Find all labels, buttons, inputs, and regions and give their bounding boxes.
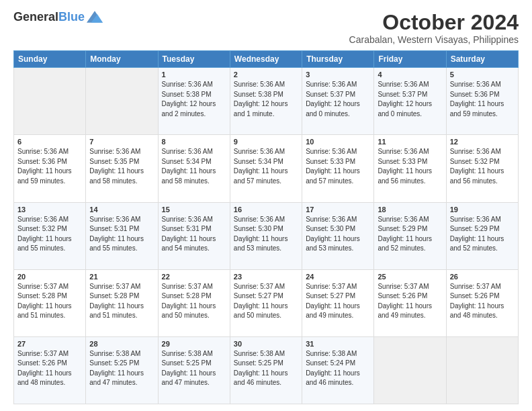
day-number: 10 bbox=[306, 138, 370, 146]
day-info: Sunrise: 5:36 AM Sunset: 5:31 PM Dayligh… bbox=[162, 215, 226, 254]
day-info: Sunrise: 5:36 AM Sunset: 5:33 PM Dayligh… bbox=[378, 147, 442, 186]
day-info: Sunrise: 5:36 AM Sunset: 5:29 PM Dayligh… bbox=[450, 215, 515, 254]
location: Carabalan, Western Visayas, Philippines bbox=[349, 34, 519, 45]
day-info: Sunrise: 5:36 AM Sunset: 5:34 PM Dayligh… bbox=[234, 147, 298, 186]
day-info: Sunrise: 5:37 AM Sunset: 5:27 PM Dayligh… bbox=[234, 282, 298, 321]
title-section: October 2024 Carabalan, Western Visayas,… bbox=[349, 11, 519, 45]
day-info: Sunrise: 5:38 AM Sunset: 5:25 PM Dayligh… bbox=[89, 349, 154, 388]
day-info: Sunrise: 5:36 AM Sunset: 5:32 PM Dayligh… bbox=[450, 147, 515, 186]
day-info: Sunrise: 5:38 AM Sunset: 5:25 PM Dayligh… bbox=[162, 349, 226, 388]
day-info: Sunrise: 5:37 AM Sunset: 5:27 PM Dayligh… bbox=[306, 282, 370, 321]
day-info: Sunrise: 5:37 AM Sunset: 5:28 PM Dayligh… bbox=[162, 282, 226, 321]
col-header-friday: Friday bbox=[374, 51, 446, 68]
calendar-table: SundayMondayTuesdayWednesdayThursdayFrid… bbox=[13, 50, 519, 404]
calendar-cell: 11Sunrise: 5:36 AM Sunset: 5:33 PM Dayli… bbox=[374, 135, 446, 202]
col-header-saturday: Saturday bbox=[446, 51, 518, 68]
col-header-tuesday: Tuesday bbox=[158, 51, 230, 68]
day-info: Sunrise: 5:36 AM Sunset: 5:29 PM Dayligh… bbox=[378, 215, 442, 254]
day-number: 21 bbox=[89, 273, 154, 281]
page: GeneralBlue October 2024 Carabalan, West… bbox=[0, 0, 532, 411]
calendar-cell: 3Sunrise: 5:36 AM Sunset: 5:37 PM Daylig… bbox=[302, 68, 374, 135]
day-number: 14 bbox=[89, 205, 154, 214]
header: GeneralBlue October 2024 Carabalan, West… bbox=[13, 11, 519, 45]
calendar-cell: 20Sunrise: 5:37 AM Sunset: 5:28 PM Dayli… bbox=[14, 269, 86, 336]
day-info: Sunrise: 5:38 AM Sunset: 5:25 PM Dayligh… bbox=[234, 349, 298, 388]
calendar-cell: 18Sunrise: 5:36 AM Sunset: 5:29 PM Dayli… bbox=[374, 202, 446, 269]
day-number: 26 bbox=[450, 273, 515, 281]
day-info: Sunrise: 5:36 AM Sunset: 5:38 PM Dayligh… bbox=[234, 80, 298, 119]
day-info: Sunrise: 5:37 AM Sunset: 5:26 PM Dayligh… bbox=[17, 349, 82, 388]
day-number: 6 bbox=[17, 138, 82, 146]
day-number: 17 bbox=[306, 205, 370, 214]
day-info: Sunrise: 5:36 AM Sunset: 5:33 PM Dayligh… bbox=[306, 147, 370, 186]
calendar-cell: 4Sunrise: 5:36 AM Sunset: 5:37 PM Daylig… bbox=[374, 68, 446, 135]
col-header-sunday: Sunday bbox=[14, 51, 86, 68]
calendar-cell: 5Sunrise: 5:36 AM Sunset: 5:36 PM Daylig… bbox=[446, 68, 518, 135]
day-info: Sunrise: 5:36 AM Sunset: 5:34 PM Dayligh… bbox=[162, 147, 226, 186]
logo-text: GeneralBlue bbox=[13, 11, 85, 24]
calendar-cell: 1Sunrise: 5:36 AM Sunset: 5:38 PM Daylig… bbox=[158, 68, 230, 135]
day-number: 20 bbox=[17, 273, 82, 281]
day-number: 19 bbox=[450, 205, 515, 214]
calendar-cell: 27Sunrise: 5:37 AM Sunset: 5:26 PM Dayli… bbox=[14, 336, 86, 404]
day-info: Sunrise: 5:37 AM Sunset: 5:28 PM Dayligh… bbox=[17, 282, 82, 321]
day-info: Sunrise: 5:36 AM Sunset: 5:37 PM Dayligh… bbox=[306, 80, 370, 119]
day-number: 9 bbox=[234, 138, 298, 146]
calendar-cell: 30Sunrise: 5:38 AM Sunset: 5:25 PM Dayli… bbox=[230, 336, 302, 404]
calendar-cell: 7Sunrise: 5:36 AM Sunset: 5:35 PM Daylig… bbox=[86, 135, 158, 202]
logo: GeneralBlue bbox=[13, 11, 103, 24]
calendar-cell: 28Sunrise: 5:38 AM Sunset: 5:25 PM Dayli… bbox=[86, 336, 158, 404]
day-number: 25 bbox=[378, 273, 442, 281]
day-number: 4 bbox=[378, 71, 442, 79]
calendar-cell bbox=[86, 68, 158, 135]
day-number: 18 bbox=[378, 205, 442, 214]
day-number: 15 bbox=[162, 205, 226, 214]
day-info: Sunrise: 5:36 AM Sunset: 5:38 PM Dayligh… bbox=[162, 80, 226, 119]
calendar-cell: 24Sunrise: 5:37 AM Sunset: 5:27 PM Dayli… bbox=[302, 269, 374, 336]
day-number: 30 bbox=[234, 340, 298, 348]
day-number: 28 bbox=[89, 340, 154, 348]
day-info: Sunrise: 5:37 AM Sunset: 5:26 PM Dayligh… bbox=[450, 282, 515, 321]
day-number: 7 bbox=[89, 138, 154, 146]
calendar-cell: 23Sunrise: 5:37 AM Sunset: 5:27 PM Dayli… bbox=[230, 269, 302, 336]
month-title: October 2024 bbox=[349, 11, 519, 34]
day-number: 8 bbox=[162, 138, 226, 146]
day-number: 24 bbox=[306, 273, 370, 281]
calendar-cell bbox=[374, 336, 446, 404]
calendar-cell: 14Sunrise: 5:36 AM Sunset: 5:31 PM Dayli… bbox=[86, 202, 158, 269]
calendar-cell: 15Sunrise: 5:36 AM Sunset: 5:31 PM Dayli… bbox=[158, 202, 230, 269]
day-number: 13 bbox=[17, 205, 82, 214]
day-number: 2 bbox=[234, 71, 298, 79]
calendar-cell: 12Sunrise: 5:36 AM Sunset: 5:32 PM Dayli… bbox=[446, 135, 518, 202]
day-number: 23 bbox=[234, 273, 298, 281]
calendar-cell: 8Sunrise: 5:36 AM Sunset: 5:34 PM Daylig… bbox=[158, 135, 230, 202]
day-info: Sunrise: 5:36 AM Sunset: 5:36 PM Dayligh… bbox=[450, 80, 515, 119]
calendar-cell: 25Sunrise: 5:37 AM Sunset: 5:26 PM Dayli… bbox=[374, 269, 446, 336]
calendar-cell: 21Sunrise: 5:37 AM Sunset: 5:28 PM Dayli… bbox=[86, 269, 158, 336]
calendar-cell: 31Sunrise: 5:38 AM Sunset: 5:24 PM Dayli… bbox=[302, 336, 374, 404]
calendar-cell: 26Sunrise: 5:37 AM Sunset: 5:26 PM Dayli… bbox=[446, 269, 518, 336]
day-info: Sunrise: 5:37 AM Sunset: 5:28 PM Dayligh… bbox=[89, 282, 154, 321]
calendar-cell: 22Sunrise: 5:37 AM Sunset: 5:28 PM Dayli… bbox=[158, 269, 230, 336]
day-info: Sunrise: 5:36 AM Sunset: 5:37 PM Dayligh… bbox=[378, 80, 442, 119]
calendar-cell bbox=[446, 336, 518, 404]
day-number: 12 bbox=[450, 138, 515, 146]
day-info: Sunrise: 5:36 AM Sunset: 5:30 PM Dayligh… bbox=[306, 215, 370, 254]
day-number: 22 bbox=[162, 273, 226, 281]
day-number: 16 bbox=[234, 205, 298, 214]
calendar-cell: 10Sunrise: 5:36 AM Sunset: 5:33 PM Dayli… bbox=[302, 135, 374, 202]
day-number: 1 bbox=[162, 71, 226, 79]
calendar-cell: 9Sunrise: 5:36 AM Sunset: 5:34 PM Daylig… bbox=[230, 135, 302, 202]
day-info: Sunrise: 5:36 AM Sunset: 5:31 PM Dayligh… bbox=[89, 215, 154, 254]
day-number: 31 bbox=[306, 340, 370, 348]
calendar-cell: 17Sunrise: 5:36 AM Sunset: 5:30 PM Dayli… bbox=[302, 202, 374, 269]
day-number: 11 bbox=[378, 138, 442, 146]
day-info: Sunrise: 5:37 AM Sunset: 5:26 PM Dayligh… bbox=[378, 282, 442, 321]
day-info: Sunrise: 5:38 AM Sunset: 5:24 PM Dayligh… bbox=[306, 349, 370, 388]
calendar-cell: 19Sunrise: 5:36 AM Sunset: 5:29 PM Dayli… bbox=[446, 202, 518, 269]
day-info: Sunrise: 5:36 AM Sunset: 5:30 PM Dayligh… bbox=[234, 215, 298, 254]
day-number: 5 bbox=[450, 71, 515, 79]
col-header-thursday: Thursday bbox=[302, 51, 374, 68]
calendar-cell: 16Sunrise: 5:36 AM Sunset: 5:30 PM Dayli… bbox=[230, 202, 302, 269]
col-header-wednesday: Wednesday bbox=[230, 51, 302, 68]
